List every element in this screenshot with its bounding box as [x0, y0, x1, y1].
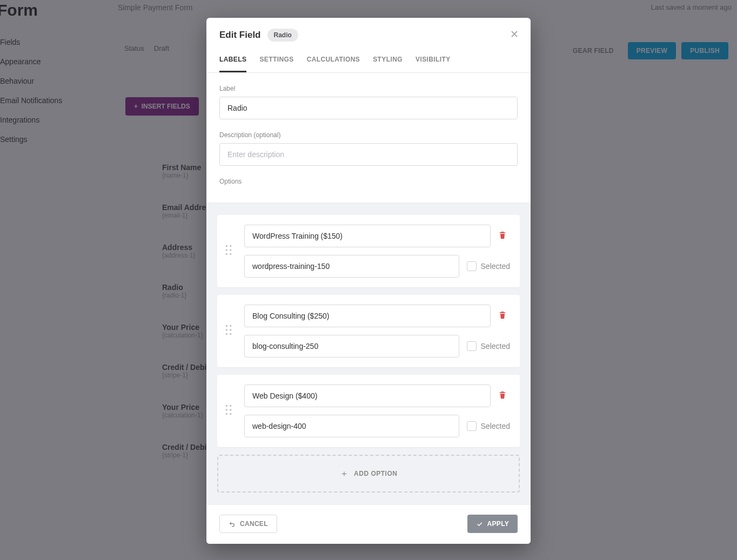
drag-handle-icon[interactable]: [225, 245, 233, 258]
label-heading: Label: [219, 85, 518, 92]
edit-field-modal: Edit Field Radio LABELS SETTINGS CALCULA…: [206, 18, 531, 544]
selected-label: Selected: [481, 342, 510, 350]
cancel-button[interactable]: CANCEL: [219, 515, 277, 533]
selected-label: Selected: [481, 422, 510, 430]
svg-point-13: [230, 405, 232, 407]
drag-handle-icon[interactable]: [225, 325, 233, 338]
checkbox-icon: [467, 341, 477, 351]
options-list: SelectedSelectedSelected ＋ ADD OPTION: [206, 203, 531, 504]
description-heading: Description (optional): [219, 131, 518, 139]
modal-overlay: Edit Field Radio LABELS SETTINGS CALCULA…: [0, 0, 737, 560]
svg-point-14: [226, 409, 228, 411]
check-icon: [476, 521, 483, 528]
option-label-input[interactable]: [244, 384, 491, 407]
trash-icon[interactable]: [498, 230, 508, 242]
add-option-label: ADD OPTION: [354, 470, 397, 477]
add-option-button[interactable]: ＋ ADD OPTION: [217, 455, 520, 492]
close-icon[interactable]: [509, 29, 520, 39]
svg-point-6: [226, 325, 228, 327]
svg-point-16: [226, 413, 228, 415]
trash-icon[interactable]: [498, 390, 508, 402]
modal-title: Edit Field: [219, 30, 261, 41]
tab-settings[interactable]: SETTINGS: [259, 50, 293, 72]
option-card: Selected: [217, 375, 520, 447]
label-input[interactable]: [219, 97, 518, 119]
svg-point-17: [230, 413, 232, 415]
option-value-input[interactable]: [244, 255, 459, 278]
svg-point-8: [226, 329, 228, 331]
svg-point-2: [226, 249, 228, 251]
tab-visibility[interactable]: VISIBILITY: [416, 50, 451, 72]
svg-point-7: [230, 325, 232, 327]
option-selected-toggle[interactable]: Selected: [467, 261, 510, 271]
tab-calculations[interactable]: CALCULATIONS: [307, 50, 360, 72]
option-card: Selected: [217, 295, 520, 367]
plus-icon: ＋: [340, 468, 349, 480]
field-type-badge: Radio: [267, 29, 298, 42]
trash-icon[interactable]: [498, 310, 508, 322]
svg-point-3: [230, 249, 232, 251]
modal-tabs: LABELS SETTINGS CALCULATIONS STYLING VIS…: [206, 50, 531, 73]
option-selected-toggle[interactable]: Selected: [467, 341, 510, 351]
svg-point-9: [230, 329, 232, 331]
option-label-input[interactable]: [244, 305, 491, 327]
svg-point-12: [226, 405, 228, 407]
option-value-input[interactable]: [244, 335, 459, 357]
svg-point-1: [230, 245, 232, 247]
option-label-input[interactable]: [244, 225, 491, 247]
checkbox-icon: [467, 421, 477, 431]
drag-handle-icon[interactable]: [225, 404, 233, 417]
option-card: Selected: [217, 215, 520, 287]
checkbox-icon: [467, 261, 477, 271]
svg-point-4: [226, 253, 228, 255]
tab-labels[interactable]: LABELS: [219, 50, 246, 72]
tab-styling[interactable]: STYLING: [373, 50, 403, 72]
svg-point-10: [226, 333, 228, 335]
option-selected-toggle[interactable]: Selected: [467, 421, 510, 431]
selected-label: Selected: [481, 262, 510, 271]
svg-point-0: [226, 245, 228, 247]
svg-point-11: [230, 333, 232, 335]
svg-point-15: [230, 409, 232, 411]
option-value-input[interactable]: [244, 415, 459, 437]
description-input[interactable]: [219, 143, 518, 166]
apply-button[interactable]: APPLY: [467, 515, 518, 533]
svg-point-5: [230, 253, 232, 255]
undo-icon: [229, 521, 236, 528]
options-heading: Options: [219, 178, 518, 185]
